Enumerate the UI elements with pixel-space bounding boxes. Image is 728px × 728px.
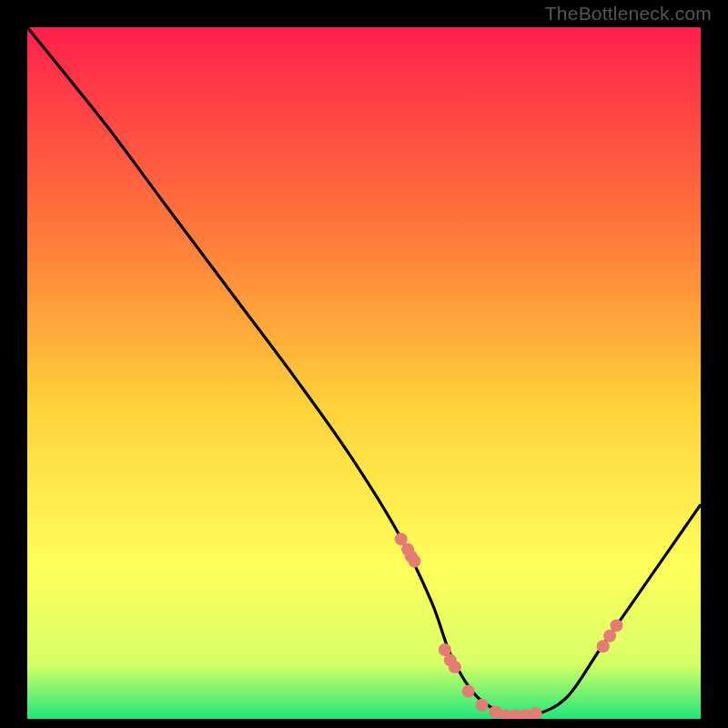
plot-area [27, 27, 701, 719]
highlight-marker [476, 699, 489, 712]
attribution-text: TheBottleneck.com [545, 3, 712, 25]
highlight-marker [611, 619, 623, 632]
highlight-marker [409, 555, 421, 568]
gradient-background [27, 27, 701, 719]
highlight-marker [449, 661, 461, 673]
highlight-marker [462, 685, 475, 698]
chart-svg [27, 27, 701, 719]
chart-frame: TheBottleneck.com [0, 0, 728, 728]
